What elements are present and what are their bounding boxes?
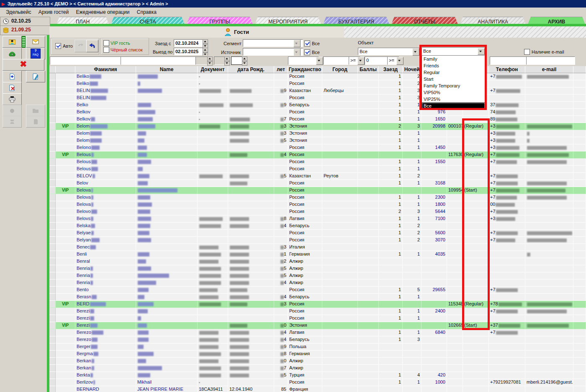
col-city[interactable]: Город xyxy=(322,66,358,73)
dropdown-option[interactable]: VIP50% xyxy=(422,89,485,96)
col-surname[interactable]: Фамилия xyxy=(75,66,136,73)
table-row[interactable]: BELOV5КазахстанРеутов12+7 xyxy=(49,173,586,180)
source-dropdown-icon[interactable] xyxy=(293,49,301,56)
table-row[interactable]: BerlizovMikhailРоссия111000+79219927081m… xyxy=(49,379,586,386)
col-arrivals[interactable]: Заезд xyxy=(379,66,403,73)
citizenship-dropdown-icon[interactable] xyxy=(316,57,323,65)
table-row[interactable]: Benli1Германия114035 xyxy=(49,251,586,258)
table-row[interactable]: Benec3Италия xyxy=(49,244,586,251)
dropdown-option[interactable]: Regular xyxy=(422,69,485,76)
table-row[interactable]: Berasn4Беларусь11 xyxy=(49,294,586,301)
spin-up-icon[interactable] xyxy=(242,56,247,61)
points-op-dropdown-icon[interactable] xyxy=(357,57,365,65)
table-row[interactable]: Belom3Эстония11+3 xyxy=(49,130,586,137)
table-row[interactable]: Belovs8Латвия117100+3 xyxy=(49,215,586,223)
dropdown-option[interactable]: VIP25% xyxy=(422,96,485,102)
auto-checkbox[interactable] xyxy=(55,43,61,49)
menu-guest-archive[interactable]: Архив гостей xyxy=(39,9,69,15)
col-citizenship[interactable]: Гражданство xyxy=(288,66,322,73)
arrival-date-spinner[interactable] xyxy=(203,39,208,49)
vip-guest-checkbox[interactable] xyxy=(103,40,109,46)
table-row[interactable]: Berkan7Алжир xyxy=(49,365,586,372)
menu-edelweiss[interactable]: Эдельвейс xyxy=(6,9,31,15)
table-row[interactable]: Berezo4Беларусь13 xyxy=(49,336,586,343)
table-row[interactable]: Berezo4Латвия116840+7 xyxy=(49,329,586,336)
table-row[interactable]: BereziРоссия112400+7 xyxy=(49,308,586,315)
spin-up-icon[interactable] xyxy=(224,56,230,61)
spin-down-icon[interactable] xyxy=(242,61,247,66)
table-row[interactable]: BelyaeРоссия125600+7 xyxy=(49,230,586,237)
birth-spinner[interactable] xyxy=(207,56,213,66)
email-filter-input[interactable] xyxy=(526,56,575,65)
source-all-checkbox[interactable] xyxy=(304,49,310,55)
table-row[interactable]: BelikoРоссия12 xyxy=(49,80,586,87)
print-button[interactable] xyxy=(3,93,22,105)
dropdown-option[interactable]: Family xyxy=(422,56,485,62)
dropdown-option[interactable]: Start xyxy=(422,76,485,82)
surname-filter-input[interactable] xyxy=(50,56,122,65)
age-spinner[interactable] xyxy=(242,56,247,66)
table-row[interactable]: BelovaРоссия112300+7 xyxy=(49,194,586,201)
new-record-button[interactable] xyxy=(3,71,22,82)
dropdown-option[interactable]: Family Temporary xyxy=(422,82,485,89)
table-row[interactable]: BELINРоссия13 xyxy=(49,95,586,102)
email-presence-checkbox[interactable] xyxy=(524,49,530,55)
black-list-checkbox[interactable] xyxy=(103,47,109,53)
spin-up-icon[interactable] xyxy=(203,48,208,52)
table-row[interactable]: Benria4Алжир xyxy=(49,279,586,287)
dropdown-arrow-icon[interactable] xyxy=(478,48,485,55)
arrivals-filter-input[interactable]: 0 xyxy=(365,56,388,65)
menu-help[interactable]: Справка xyxy=(137,9,157,15)
table-row[interactable]: Benral2Алжир xyxy=(49,258,586,265)
guest-card-button[interactable] xyxy=(3,36,22,48)
dropdown-option[interactable]: Friends xyxy=(422,62,485,69)
col-extra[interactable] xyxy=(573,66,586,73)
col-age[interactable]: лет xyxy=(274,66,288,73)
spin-down-icon[interactable] xyxy=(207,61,213,66)
drag-grip-icon[interactable] xyxy=(22,36,26,48)
table-row[interactable]: BelonoРоссия111450+3 xyxy=(49,144,586,151)
table-row[interactable]: BereziРоссия11 xyxy=(49,315,586,322)
birth-spinner2[interactable] xyxy=(224,56,230,66)
table-row[interactable]: BelikoРоссия12+7 xyxy=(49,73,586,80)
table-row[interactable]: BelovРоссия113168+7 xyxy=(49,180,586,187)
table-row[interactable]: Belko9Беларусь1137 xyxy=(49,102,586,109)
col-phone[interactable]: Телефон xyxy=(489,66,525,73)
table-row[interactable]: Belkov7Россия11165089 xyxy=(49,116,586,123)
table-row[interactable]: BelyanРоссия123070+7 xyxy=(49,237,586,244)
spin-up-icon[interactable] xyxy=(203,39,208,44)
table-row[interactable]: BelousРоссия111550+7 xyxy=(49,159,586,166)
departure-date-field[interactable]: 02.10.2025 xyxy=(174,48,203,55)
table-row[interactable]: Belska4Беларусь12 xyxy=(49,223,586,230)
table-row[interactable]: BelkovРоссия1197674 xyxy=(49,109,586,116)
table-row[interactable]: BelousРоссия11 xyxy=(49,166,586,173)
mail-button[interactable] xyxy=(26,36,45,48)
faq-button[interactable]: ?FAQ xyxy=(26,48,45,59)
table-row[interactable]: Benria5Алжир xyxy=(49,265,586,272)
col-name[interactable]: Name xyxy=(136,66,198,73)
reset-filter-button[interactable] xyxy=(86,40,98,52)
segment-all-checkbox[interactable] xyxy=(304,41,310,46)
spin-down-icon[interactable] xyxy=(224,61,230,66)
edit-record-button[interactable] xyxy=(26,71,45,82)
col-birthdate[interactable]: дата Рожд. xyxy=(228,66,274,73)
menu-daily-operations[interactable]: Ежедневные операции xyxy=(76,9,130,15)
table-row[interactable]: BELIN9КазахстанЛюберцы13+7 xyxy=(49,87,586,95)
table-row[interactable]: VIPBelous4Россия117630(Regular)+7 xyxy=(49,151,586,159)
table-row[interactable]: Bergma8Германия xyxy=(49,351,586,358)
delete-record-button[interactable] xyxy=(3,82,22,94)
table-row[interactable]: BERNARDJEAN PIERRE MARIE18CA3941112.04.1… xyxy=(49,386,586,392)
phone-button[interactable] xyxy=(3,48,22,59)
spin-up-icon[interactable] xyxy=(207,56,213,61)
table-row[interactable]: VIPBelovaРоссия109954(Start)+7 xyxy=(49,187,586,194)
dropdown-option[interactable]: Все xyxy=(422,102,485,109)
table-row[interactable]: BentoРоссия1529655+7 xyxy=(49,287,586,294)
phone-filter-input[interactable] xyxy=(490,56,527,65)
table-row[interactable]: VIPBerezi0Эстония102665(Start)+37 xyxy=(49,322,586,329)
segment-dropdown-icon[interactable] xyxy=(293,40,301,47)
col-points[interactable]: Баллы xyxy=(358,66,379,73)
citizenship-filter-combo[interactable] xyxy=(288,56,319,65)
arrival-date-field[interactable]: 02.10.2024 xyxy=(174,39,203,47)
table-row[interactable]: Berger9Польша xyxy=(49,343,586,351)
table-row[interactable]: Benria5Алжир xyxy=(49,272,586,279)
